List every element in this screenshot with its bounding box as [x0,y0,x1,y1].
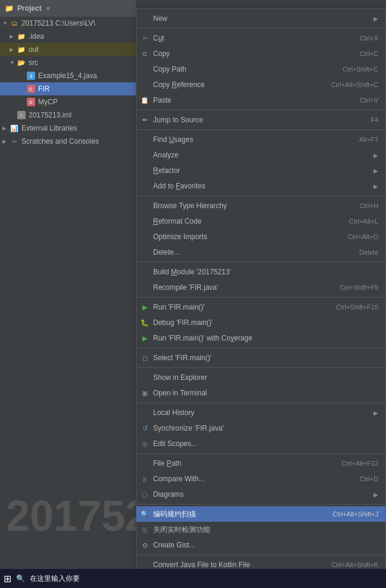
jump-icon: ✏ [140,115,150,125]
menu-item-copy-path[interactable]: Copy Path Ctrl+Shift+C [136,61,385,77]
menu-item-local-history[interactable]: Local History ▶ [136,405,385,420]
tree-item-src[interactable]: ▼ 📂 src [0,56,136,69]
src-folder-icon: 📂 [17,58,26,67]
menu-item-run-coverage[interactable]: ▶ Run 'FIR.main()' with Coverage [136,330,385,346]
project-icon: 📁 [5,4,14,13]
tree-item-fir[interactable]: C FIR [0,82,136,95]
menu-item-create-gist[interactable]: ⊙ Create Gist... [136,537,385,553]
divider [136,555,385,555]
tree-label: src [29,58,38,67]
submenu-arrow-icon: ▶ [373,168,378,174]
recompile-icon [140,283,150,292]
hierarchy-icon [140,201,150,211]
menu-item-recompile[interactable]: Recompile 'FIR.java' Ctrl+Shift+F9 [136,280,385,295]
windows-start-icon[interactable]: ⊞ [4,573,11,584]
taskbar: ⊞ 🔍 在这里输入你要 [0,569,386,588]
tree-item-iml[interactable]: i 20175213.iml [0,109,136,122]
java-red-file-icon2: C [26,97,36,107]
menu-label: Show in Explorer [153,373,207,382]
menu-item-close-feature[interactable]: ◎ 关闭实时检测功能 [136,522,385,537]
menu-item-build-module[interactable]: Build Module '20175213' [136,264,385,280]
menu-item-copy[interactable]: ⧉ Copy Ctrl+C [136,46,385,61]
shortcut-label: Ctrl+Alt+F12 [341,460,378,467]
submenu-arrow-icon: ▶ [373,152,378,159]
compare-icon: ⧖ [140,474,150,484]
menu-label: Copy [153,49,170,58]
menu-item-select-main[interactable]: ◻ Select 'FIR.main()' [136,350,385,366]
tree-item-ext-libs[interactable]: ▶ 📊 External Libraries [0,122,136,135]
java-red-file-icon: C [26,84,36,94]
menu-item-file-path[interactable]: File Path Ctrl+Alt+F12 [136,456,385,471]
menu-item-delete[interactable]: Delete... Delete [136,245,385,260]
menu-item-compare[interactable]: ⧖ Compare With... Ctrl+D [136,471,385,487]
tree-item-mycp[interactable]: C MyCP [0,95,136,109]
search-icon[interactable]: 🔍 [16,574,25,583]
menu-label: Run 'FIR.main()' with Coverage [153,334,253,342]
kotlin-icon [140,560,150,570]
divider [136,348,385,348]
tree-label: out [29,45,39,54]
divider [136,403,385,403]
shortcut-label: Ctrl+Alt+L [349,218,378,225]
tree-item-root[interactable]: ▼ 🗂 20175213 C:\Users\LV\ [0,17,136,30]
menu-item-edit-scopes[interactable]: ◎ Edit Scopes... [136,436,385,451]
find-icon [140,135,150,144]
menu-label: Delete... [153,248,180,256]
copy-icon: ⧉ [140,49,150,58]
shortcut-label: Ctrl+X [360,35,378,42]
menu-item-paste[interactable]: 📋 Paste Ctrl+V [136,92,385,108]
menu-label: Reformat Code [153,217,201,225]
tree-item-example15[interactable]: J Example15_4.java [0,69,136,82]
expand-icon: ▼ [10,60,17,66]
menu-item-refactor[interactable]: Refactor ▶ [136,163,385,178]
menu-item-copy-ref[interactable]: Copy Reference Ctrl+Alt+Shift+C [136,77,385,92]
menu-item-browse-type-hierarchy[interactable]: Browse Type Hierarchy Ctrl+H [136,198,385,213]
shortcut-label: Ctrl+Alt+Shift+J [332,510,378,518]
dropdown-arrow-icon[interactable]: ▼ [45,5,51,12]
menu-item-jump-to-source[interactable]: ✏ Jump to Source F4 [136,112,385,128]
menu-item-run[interactable]: ▶ Run 'FIR.main()' Ctrl+Shift+F10 [136,299,385,315]
menu-label: Cut [153,34,164,42]
menu-label: Copy Reference [153,81,205,89]
folder-icon: 🗂 [10,18,19,28]
menu-item-debug[interactable]: 🐛 Debug 'FIR.main()' [136,315,385,330]
shortcut-label: Ctrl+Alt+Shift+C [331,81,378,88]
explorer-icon [140,373,150,382]
shortcut-label: F4 [371,116,378,123]
tree-item-idea[interactable]: ▶ 📁 .idea [0,30,136,43]
menu-label: Open in Terminal [153,389,207,397]
project-title: Project [17,4,42,13]
menu-item-add-favorites[interactable]: Add to Favorites ▶ [136,178,385,194]
project-header[interactable]: 📁 Project ▼ [0,0,136,17]
menu-label: Edit Scopes... [153,440,197,448]
close-feature-icon: ◎ [140,525,150,534]
divider [136,110,385,110]
iml-file-icon: i [17,110,26,120]
select-icon: ◻ [140,353,150,363]
menu-label: 关闭实时检测功能 [153,525,210,535]
menu-item-analyze[interactable]: Analyze ▶ [136,147,385,163]
copy-path-icon [140,64,150,74]
divider [136,28,385,29]
menu-item-optimize-imports[interactable]: Optimize Imports Ctrl+Alt+O [136,229,385,245]
tree-item-scratches[interactable]: ▶ ✏ Scratches and Consoles [0,135,136,148]
menu-item-cut[interactable]: ✂ Cut Ctrl+X [136,30,385,46]
menu-item-open-terminal[interactable]: ▣ Open in Terminal [136,385,385,401]
menu-item-synchronize[interactable]: ↺ Synchronize 'FIR.java' [136,420,385,436]
copy-ref-icon [140,80,150,89]
menu-item-reformat[interactable]: Reformat Code Ctrl+Alt+L [136,213,385,229]
menu-item-diagrams[interactable]: ⬡ Diagrams ▶ [136,487,385,502]
menu-label: Optimize Imports [153,233,207,241]
tree-item-out[interactable]: ▶ 📁 out [0,43,136,56]
reformat-icon [140,216,150,226]
menu-item-find-usages[interactable]: Find Usages Alt+F7 [136,132,385,147]
menu-label: Compare With... [153,475,205,483]
run-icon: ▶ [140,302,150,312]
menu-item-new[interactable]: New ▶ [136,11,385,26]
tree-label: FIR [38,85,49,93]
menu-item-show-explorer[interactable]: Show in Explorer [136,370,385,385]
context-menu: New ▶ ✂ Cut Ctrl+X ⧉ Copy Ctrl+C Copy Pa… [136,8,386,588]
menu-item-coding-scan[interactable]: 🔍 编码规约扫描 Ctrl+Alt+Shift+J [136,506,385,522]
menu-label: File Path [153,459,181,468]
menu-label: Jump to Source [153,116,203,124]
